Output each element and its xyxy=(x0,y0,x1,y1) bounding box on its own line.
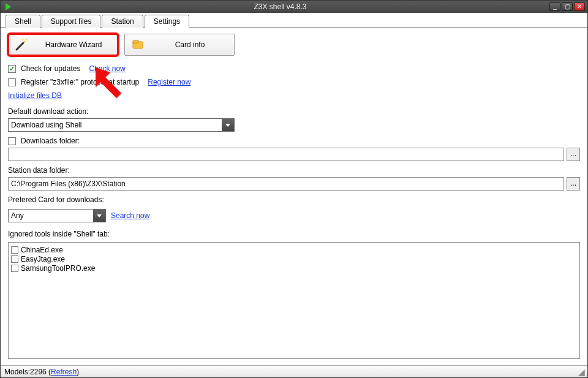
status-bar: Models: 2296 ( Refresh ) ◢ xyxy=(1,365,587,377)
minimize-button[interactable]: _ xyxy=(549,2,560,11)
tab-bar: Shell Support files Station Settings xyxy=(1,13,587,28)
models-prefix: Models: xyxy=(4,368,30,376)
list-item[interactable]: EasyJtag.exe xyxy=(11,255,577,263)
play-icon xyxy=(6,3,11,10)
check-updates-label: Check for updates xyxy=(21,64,80,73)
wand-icon xyxy=(15,38,28,51)
default-action-label: Default download action: xyxy=(8,107,580,116)
default-action-combo[interactable]: Download using Shell xyxy=(8,118,235,132)
window-controls: _ ▢ ✕ xyxy=(549,2,585,11)
window-title: Z3X shell v4.8.3 xyxy=(11,2,549,11)
downloads-folder-label: Downloads folder: xyxy=(21,137,80,145)
station-folder-input[interactable] xyxy=(8,177,564,191)
register-protocol-checkbox[interactable] xyxy=(8,78,16,86)
card-icon xyxy=(131,38,145,51)
item-label: SamsungToolPRO.exe xyxy=(21,264,95,273)
downloads-folder-browse[interactable]: ... xyxy=(567,148,580,161)
preferred-card-label: Prefered Card for downloads: xyxy=(8,195,580,204)
svg-rect-4 xyxy=(133,40,138,43)
hardware-wizard-label: Hardware Wizard xyxy=(36,40,111,49)
models-count: 2296 xyxy=(30,368,47,376)
tab-support-files[interactable]: Support files xyxy=(42,15,101,28)
titlebar: Z3X shell v4.8.3 _ ▢ ✕ xyxy=(1,1,587,13)
station-folder-browse[interactable]: ... xyxy=(567,177,580,191)
item-checkbox[interactable] xyxy=(11,265,18,272)
search-now-link[interactable]: Search now xyxy=(111,211,149,220)
ignored-tools-label: Ignored tools inside "Shell" tab: xyxy=(8,230,580,238)
svg-point-1 xyxy=(26,39,27,40)
register-now-link[interactable]: Register now xyxy=(148,78,190,86)
tab-shell[interactable]: Shell xyxy=(6,15,40,28)
tab-station[interactable]: Station xyxy=(102,15,143,28)
station-folder-label: Station data folder: xyxy=(8,166,580,175)
maximize-button[interactable]: ▢ xyxy=(562,2,573,11)
refresh-link[interactable]: Refresh xyxy=(51,368,77,376)
downloads-folder-input[interactable] xyxy=(8,148,564,161)
register-protocol-label: Register "z3xfile:" protocol at startup xyxy=(21,78,139,86)
check-updates-checkbox[interactable] xyxy=(8,65,16,73)
item-checkbox[interactable] xyxy=(11,255,18,263)
list-item[interactable]: ChinaEd.exe xyxy=(11,246,577,254)
settings-panel: Hardware Wizard Card info Check for upda… xyxy=(1,28,587,365)
initialize-db-link[interactable]: Initialize files DB xyxy=(8,91,62,100)
dropdown-icon[interactable] xyxy=(222,119,234,131)
card-info-label: Card info xyxy=(152,40,228,49)
app-window: Z3X shell v4.8.3 _ ▢ ✕ Shell Support fil… xyxy=(0,0,588,378)
default-action-value: Download using Shell xyxy=(11,121,81,129)
list-item[interactable]: SamsungToolPRO.exe xyxy=(11,264,577,273)
dropdown-icon[interactable] xyxy=(93,210,105,222)
preferred-card-combo[interactable]: Any xyxy=(8,209,106,222)
preferred-card-value: Any xyxy=(11,211,24,220)
hardware-wizard-button[interactable]: Hardware Wizard xyxy=(8,34,118,56)
check-now-link[interactable]: Check now xyxy=(89,64,125,73)
svg-point-0 xyxy=(24,41,26,43)
close-button[interactable]: ✕ xyxy=(574,2,585,11)
item-checkbox[interactable] xyxy=(11,246,18,254)
svg-point-2 xyxy=(22,39,23,40)
item-label: ChinaEd.exe xyxy=(21,246,63,254)
ignored-tools-list[interactable]: ChinaEd.exe EasyJtag.exe SamsungToolPRO.… xyxy=(8,242,580,359)
tab-settings[interactable]: Settings xyxy=(145,15,189,28)
card-info-button[interactable]: Card info xyxy=(124,34,235,56)
downloads-folder-checkbox[interactable] xyxy=(8,137,16,145)
item-label: EasyJtag.exe xyxy=(21,255,65,263)
resize-grip-icon[interactable]: ◢ xyxy=(578,367,584,377)
